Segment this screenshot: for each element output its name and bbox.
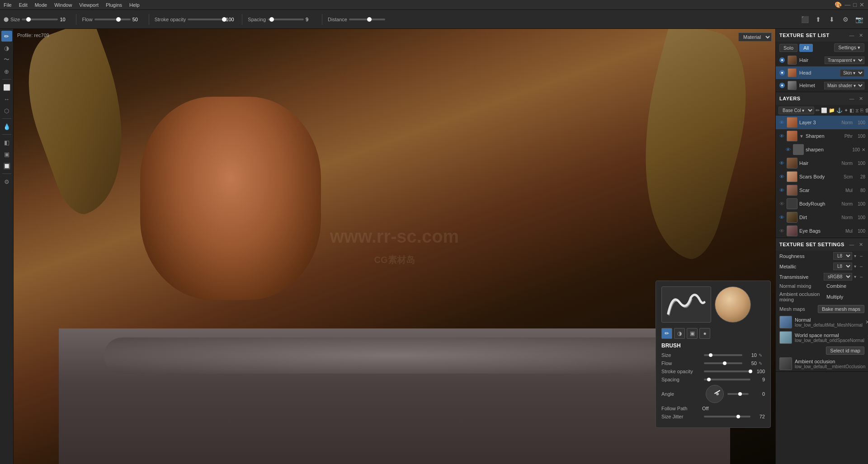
view-mode-dropdown[interactable]: Material [738, 33, 772, 42]
brush-size-jitter-slider[interactable] [704, 416, 750, 417]
size-slider[interactable] [22, 19, 58, 20]
polygon-fill-tool[interactable]: ⬡ [1, 105, 12, 116]
layer-add-fx-btn[interactable]: ✦ [844, 106, 848, 114]
tss-metallic-select[interactable]: L8 [833, 262, 852, 270]
texture-set-item-helmet[interactable]: Helmet Main shader ▾ [776, 79, 868, 92]
angle-slider[interactable] [727, 393, 749, 395]
menu-file[interactable]: File [4, 2, 12, 8]
erase-tool[interactable]: ◑ [1, 42, 12, 53]
tss-transmissive-select[interactable]: sRGB8 [824, 273, 852, 281]
layers-minimize-icon[interactable]: — [848, 95, 855, 102]
menu-edit[interactable]: Edit [19, 2, 28, 8]
layer-item-dirt[interactable]: 👁 Dirt Norm 100 [776, 211, 868, 224]
brush-tab-texture[interactable]: ▣ [687, 328, 698, 339]
brush-size-slider[interactable] [704, 354, 742, 356]
tsl-minimize-icon[interactable]: — [848, 32, 855, 39]
layer-visibility-sharpen-sub[interactable]: 👁 [785, 146, 791, 153]
layer-add-fill-btn[interactable]: ⬜ [821, 106, 827, 114]
flow-slider[interactable] [94, 19, 131, 20]
brush-flow-edit-icon[interactable]: ✎ [759, 361, 765, 366]
brush-spacing-slider[interactable] [704, 379, 750, 380]
menu-viewport[interactable]: Viewport [79, 2, 99, 8]
layer-duplicate-btn[interactable]: ⎘ [860, 106, 863, 114]
canvas-area[interactable]: www.rr-sc.comCG素材岛 Profile: rec709 Mater… [14, 29, 775, 464]
brush-angle-dial[interactable] [706, 385, 724, 403]
menu-window[interactable]: Window [54, 2, 72, 8]
menu-mode[interactable]: Mode [35, 2, 47, 8]
solo-button[interactable]: Solo [779, 44, 797, 52]
tss-roughness-select[interactable]: L8 [833, 252, 852, 260]
layer-delete-btn[interactable]: 🗑 [865, 106, 868, 114]
layer-item-scar[interactable]: 👁 Scar Mul 80 [776, 183, 868, 197]
mesh-map-close-normal[interactable]: ✕ [865, 319, 868, 325]
all-button[interactable]: All [799, 44, 813, 52]
transform-tool[interactable]: ↔ [1, 94, 12, 104]
viewport-icon-3[interactable]: ⬇ [826, 14, 837, 25]
tss-transmissive-arrow[interactable]: ▾ [854, 274, 856, 279]
settings-tool[interactable]: ⚙ [1, 176, 12, 187]
layer-item-scars-body[interactable]: 👁 Scars Body Scm 28 [776, 170, 868, 183]
tss-transmissive-minus[interactable]: − [858, 274, 864, 280]
layer-item-sharpen-sub[interactable]: 👁 sharpen 100 ✕ [776, 143, 868, 156]
ts-radio-helmet[interactable] [779, 83, 785, 88]
tss-close-icon[interactable]: ✕ [857, 241, 864, 248]
brush-flow-slider[interactable] [704, 362, 742, 364]
ts-shader-helmet[interactable]: Main shader ▾ [824, 82, 864, 89]
viewport-icon-5[interactable]: 📷 [854, 14, 864, 25]
title-bar-maximize[interactable]: □ [853, 1, 857, 8]
menu-help[interactable]: Help [129, 2, 140, 8]
texture-set-item-hair[interactable]: Hair Transparent ▾ [776, 54, 868, 66]
layer-item-bodyrough[interactable]: 👁 BodyRough Norm 100 [776, 197, 868, 211]
tss-metallic-arrow[interactable]: ▾ [854, 264, 856, 269]
title-bar-minimize[interactable]: — [844, 1, 850, 8]
clone-tool[interactable]: ⊕ [1, 66, 12, 77]
tsl-close-icon[interactable]: ✕ [857, 32, 864, 39]
layer-add-paint-btn[interactable]: ✏ [816, 106, 820, 114]
viewport-icon-2[interactable]: ⬆ [813, 14, 824, 25]
layer-expand-sharpen[interactable]: ▼ [799, 134, 804, 139]
bake-tool[interactable]: 🔲 [1, 160, 12, 171]
tss-roughness-arrow[interactable]: ▾ [854, 253, 856, 258]
brush-tab-paint[interactable]: ✏ [661, 328, 672, 339]
ts-settings-button[interactable]: Settings ▾ [834, 43, 864, 52]
ts-radio-hair[interactable] [779, 57, 785, 63]
layer-visibility-eye-bags[interactable]: 👁 [778, 228, 785, 234]
layer-visibility-dirt[interactable]: 👁 [778, 214, 785, 220]
title-bar-close[interactable]: ✕ [859, 1, 864, 8]
layer-visibility-sharpen-group[interactable]: 👁 [778, 133, 785, 139]
layer-tool[interactable]: ◧ [1, 137, 12, 148]
color-picker-tool[interactable]: 💧 [1, 121, 12, 132]
ts-radio-head[interactable] [779, 70, 785, 75]
bake-mesh-maps-btn[interactable]: Bake mesh maps [818, 305, 864, 313]
select-tool[interactable]: ⬜ [1, 82, 12, 93]
layer-item-eye-bags[interactable]: 👁 Eye Bags Mul 100 [776, 224, 868, 238]
brush-stroke-opacity-slider[interactable] [704, 370, 750, 372]
layer-item-layer3[interactable]: 👁 Layer 3 Norm 100 [776, 116, 868, 129]
smudge-tool[interactable]: 〜 [1, 54, 12, 65]
tss-roughness-minus[interactable]: − [858, 253, 864, 259]
layer-add-mask-btn[interactable]: ◧ [849, 106, 854, 114]
layers-close-icon[interactable]: ✕ [857, 95, 864, 102]
texture-set-item-head[interactable]: Head Skin ▾ [776, 66, 868, 79]
base-col-select[interactable]: Base Col ▾ [778, 107, 814, 114]
paint-brush-tool[interactable]: ✏ [1, 31, 12, 42]
brush-size-edit-icon[interactable]: ✎ [759, 353, 765, 358]
brush-tab-material[interactable]: ● [699, 328, 710, 339]
tss-metallic-minus[interactable]: − [858, 263, 864, 270]
layer-visibility-scars-body[interactable]: 👁 [778, 173, 785, 180]
layer-close-sharpen-sub[interactable]: ✕ [862, 147, 865, 152]
ts-shader-head[interactable]: Skin ▾ [840, 69, 864, 77]
layer-add-filter-btn[interactable]: ⧖ [855, 106, 859, 114]
viewport-icon-1[interactable]: ⬛ [799, 14, 810, 25]
layer-add-anchor-btn[interactable]: ⚓ [836, 106, 843, 114]
mask-tool[interactable]: ▣ [1, 149, 12, 159]
brush-tab-shape[interactable]: ◑ [674, 328, 685, 339]
layer-visibility-bodyrough[interactable]: 👁 [778, 201, 785, 207]
layer-add-group-btn[interactable]: 📁 [829, 106, 835, 114]
tss-minimize-icon[interactable]: — [848, 241, 855, 248]
layer-visibility-layer3[interactable]: 👁 [778, 119, 785, 126]
layer-visibility-scar[interactable]: 👁 [778, 187, 785, 193]
select-id-map-btn[interactable]: Select id map [826, 347, 864, 355]
ts-shader-hair[interactable]: Transparent ▾ [825, 56, 864, 64]
menu-plugins[interactable]: Plugins [106, 2, 122, 8]
